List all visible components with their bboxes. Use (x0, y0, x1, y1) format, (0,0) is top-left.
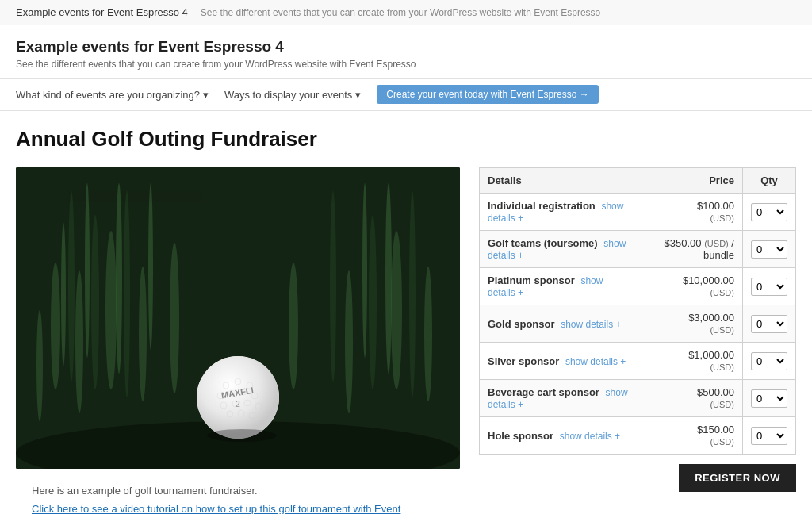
event-description: Here is an example of golf tournament fu… (16, 469, 460, 514)
svg-point-7 (36, 310, 43, 421)
ticket-label: Silver sponsor (488, 355, 559, 367)
event-left-column: MAXFLI 2 Here is an example of golf tour… (16, 167, 460, 514)
nav-ways-label: Ways to display your events (224, 89, 352, 101)
ticket-price: $500.00 (697, 386, 734, 398)
qty-select[interactable]: 012345 (751, 278, 787, 296)
qty-select[interactable]: 012345 (751, 315, 787, 333)
svg-point-17 (409, 191, 416, 397)
ticket-detail-cell: Beverage cart sponsor show details + (480, 380, 638, 417)
event-nav: What kind of events are you organizing? … (0, 78, 812, 111)
ticket-price: $3,000.00 (688, 312, 734, 324)
ticket-detail-cell: Hole sponsor show details + (480, 417, 638, 455)
ticket-price-cell: $150.00(USD) (638, 417, 742, 455)
ticket-label: Golf teams (foursome) (488, 237, 598, 249)
qty-select[interactable]: 012345 (751, 389, 787, 408)
event-desc-text: Here is an example of golf tournament fu… (32, 485, 444, 497)
ticket-qty-cell: 012345 (742, 380, 795, 417)
svg-point-43 (207, 429, 277, 442)
table-row: Silver sponsor show details +$1,000.00(U… (480, 343, 796, 380)
ticket-detail-cell: Gold sponsor show details + (480, 305, 638, 343)
ticket-qty-cell: 012345 (742, 231, 795, 268)
ticket-currency: (USD) (710, 325, 734, 335)
svg-point-20 (148, 183, 153, 350)
ticket-price-cell: $3,000.00(USD) (638, 305, 742, 343)
ticket-table: Details Price Qty Individual registratio… (479, 167, 796, 455)
ticket-qty-cell: 012345 (742, 417, 795, 455)
event-right-column: Details Price Qty Individual registratio… (479, 167, 796, 492)
svg-point-5 (139, 267, 147, 401)
svg-point-2 (51, 263, 60, 389)
ticket-price-cell: $500.00(USD) (638, 380, 742, 417)
page-subtitle: See the different events that you can cr… (16, 59, 796, 70)
show-details-link[interactable]: show details + (560, 431, 620, 442)
svg-point-11 (424, 267, 432, 401)
page-title-top: Example events for Event Espresso 4 (16, 6, 188, 18)
ticket-price-cell: $100.00(USD) (638, 194, 742, 231)
ticket-price-cell: $350.00 (USD) / bundle (638, 231, 742, 268)
svg-point-19 (116, 183, 122, 374)
event-image: MAXFLI 2 (16, 167, 460, 469)
chevron-down-icon-1: ▾ (203, 89, 209, 101)
table-row: Hole sponsor show details +$150.00(USD)0… (480, 417, 796, 455)
svg-text:2: 2 (236, 400, 240, 409)
show-details-link[interactable]: show details + (561, 319, 621, 330)
qty-select[interactable]: 012345 (751, 352, 787, 370)
nav-what-kind[interactable]: What kind of events are you organizing? … (16, 89, 209, 101)
top-subtitle: See the different events that you can cr… (201, 7, 600, 18)
ticket-price-cell: $1,000.00(USD) (638, 343, 742, 380)
table-row: Platinum sponsor show details +$10,000.0… (480, 268, 796, 305)
ticket-currency: (USD) (710, 400, 734, 409)
svg-point-13 (91, 215, 99, 389)
svg-point-23 (385, 183, 392, 374)
table-row: Gold sponsor show details +$3,000.00(USD… (480, 305, 796, 343)
ticket-label: Gold sponsor (488, 318, 555, 330)
svg-point-22 (362, 183, 367, 358)
svg-point-3 (75, 270, 83, 413)
register-now-button[interactable]: REGISTER NOW (679, 464, 796, 492)
svg-point-18 (85, 183, 90, 358)
ticket-price-cell: $10,000.00(USD) (638, 268, 742, 305)
svg-point-4 (105, 231, 117, 389)
qty-select[interactable]: 012345 (751, 203, 787, 221)
ticket-label: Platinum sponsor (488, 274, 575, 286)
top-nav: Example events for Event Espresso 4 See … (0, 0, 812, 25)
event-body: MAXFLI 2 Here is an example of golf tour… (16, 167, 796, 514)
ticket-currency: (USD) (710, 362, 734, 372)
ticket-detail-cell: Individual registration show details + (480, 194, 638, 231)
svg-point-6 (170, 243, 179, 393)
svg-point-16 (369, 215, 377, 389)
ticket-label: Beverage cart sponsor (488, 386, 599, 398)
svg-point-15 (330, 191, 336, 382)
event-title: Annual Golf Outing Fundraiser (16, 127, 796, 152)
nav-cta-button[interactable]: Create your event today with Event Espre… (377, 85, 598, 104)
nav-ways-display[interactable]: Ways to display your events ▾ (224, 89, 361, 101)
main-content: Annual Golf Outing Fundraiser (0, 111, 812, 514)
svg-point-8 (289, 263, 298, 389)
qty-select[interactable]: 012345 (751, 427, 787, 445)
ticket-price: $100.00 (697, 200, 734, 212)
svg-point-21 (61, 223, 66, 366)
ticket-detail-cell: Platinum sponsor show details + (480, 268, 638, 305)
col-header-details: Details (480, 168, 638, 194)
ticket-label: Individual registration (488, 200, 596, 212)
ticket-qty-cell: 012345 (742, 343, 795, 380)
ticket-qty-cell: 012345 (742, 268, 795, 305)
svg-point-14 (124, 191, 130, 397)
ticket-currency: (USD) (710, 437, 734, 447)
ticket-qty-cell: 012345 (742, 194, 795, 231)
ticket-label: Hole sponsor (488, 430, 553, 442)
ticket-qty-cell: 012345 (742, 305, 795, 343)
event-video-link[interactable]: Click here to see a video tutorial on ho… (32, 503, 444, 514)
chevron-down-icon-2: ▾ (355, 89, 361, 101)
ticket-price: $1,000.00 (688, 349, 734, 361)
ticket-currency: (USD) (710, 213, 734, 223)
qty-select[interactable]: 012345 (751, 240, 787, 259)
nav-cta-label: Create your event today with Event Espre… (386, 89, 588, 100)
ticket-currency: (USD) (710, 288, 734, 297)
svg-point-10 (391, 231, 402, 389)
col-header-qty: Qty (742, 168, 795, 194)
ticket-detail-cell: Silver sponsor show details + (480, 343, 638, 380)
show-details-link[interactable]: show details + (565, 356, 626, 367)
table-row: Beverage cart sponsor show details +$500… (480, 380, 796, 417)
ticket-price: $10,000.00 (683, 274, 734, 286)
